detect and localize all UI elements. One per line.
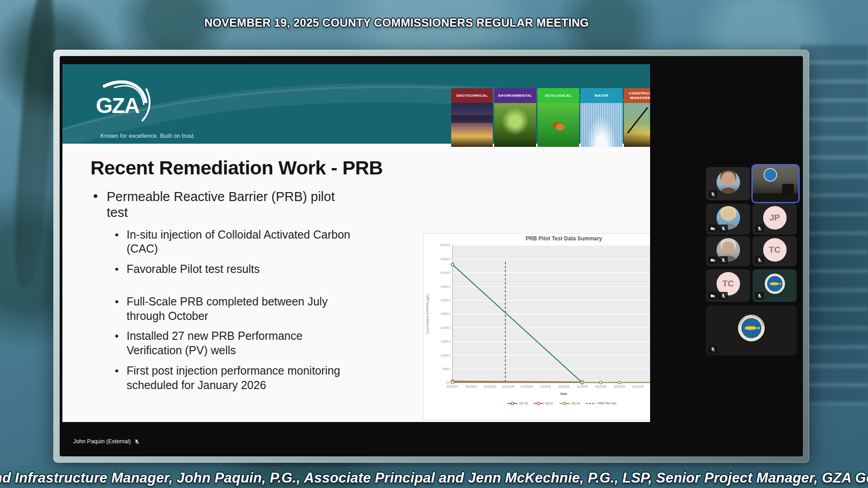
mic-muted-icon [755, 256, 764, 264]
svg-text:3,000.0: 3,000.0 [440, 299, 450, 302]
svg-text:9/2/2024: 9/2/2024 [466, 385, 477, 388]
participant-tile[interactable]: TC [752, 236, 797, 267]
mic-muted-icon [134, 439, 140, 445]
slide-title: Recent Remediation Work - PRB [90, 157, 383, 179]
waterfall-photo [580, 103, 622, 147]
svg-text:4,000.0: 4,000.0 [440, 271, 450, 274]
service-tile-ecological: ECOLOGICAL [538, 88, 579, 147]
svg-text:0.0: 0.0 [446, 381, 450, 384]
bullet-list: Permeable Reactive Barrier (PRB) pilot t… [90, 189, 389, 398]
room-video [753, 165, 798, 202]
meeting-app-window: GZA Known for excellence. Built on trust… [60, 56, 803, 456]
participant-avatar [717, 170, 740, 194]
gza-tagline: Known for excellence. Built on trust. [100, 133, 195, 139]
svg-text:4,500.0: 4,500.0 [440, 258, 450, 261]
participant-tile[interactable] [706, 203, 750, 235]
room-desk [753, 193, 798, 202]
camera-off-icon [708, 225, 717, 232]
svg-text:1,000.0: 1,000.0 [440, 354, 450, 357]
svg-text:500.0: 500.0 [443, 367, 451, 371]
gza-logo-text: GZA [96, 94, 140, 117]
bullet-item: First post injection performance monitor… [90, 364, 389, 393]
slide-header-band: GZA Known for excellence. Built on trust… [62, 64, 650, 144]
svg-text:PRB Pilot Test Data Summary: PRB Pilot Test Data Summary [525, 235, 602, 242]
svg-text:2,500.0: 2,500.0 [440, 312, 450, 315]
presenter-name: John Paquin (External) [73, 438, 131, 445]
butterfly-photo [538, 103, 579, 147]
svg-text:2/2/2025: 2/2/2025 [558, 385, 570, 388]
mic-muted-icon [755, 225, 764, 232]
participant-tile[interactable] [752, 269, 797, 302]
tree-trunk-background [9, 0, 60, 290]
participant-tile[interactable]: COUNTY OF BARNSTABLE MASSACHUSETTS [706, 305, 797, 356]
wall-seal [764, 168, 777, 182]
broadcast-scene: NOVEMBER 19, 2025 COUNTY COMMISSIONERS R… [0, 0, 868, 488]
mic-muted-icon [719, 292, 728, 300]
service-tile-water: WATER [580, 88, 622, 147]
svg-text:GZ-1I: GZ-1I [545, 402, 553, 405]
news-ticker: nd Infrastructure Manager, John Paquin, … [0, 470, 868, 486]
chart-card: PRB Pilot Test Data Summary0.0500.01,000… [423, 233, 650, 420]
monitor-frame: GZA Known for excellence. Built on trust… [53, 50, 809, 463]
service-label: ECOLOGICAL [538, 88, 579, 103]
participant-initials: TC [763, 238, 787, 262]
bullet-item: Permeable Reactive Barrier (PRB) pilot t… [90, 189, 389, 221]
svg-text:10/2/2024: 10/2/2024 [483, 385, 496, 388]
mic-muted-icon [719, 225, 728, 232]
svg-text:2,000.0: 2,000.0 [440, 326, 450, 329]
camera-off-icon [708, 292, 717, 300]
county-seal-icon: COUNTY OF BARNSTABLE MASSACHUSETTS [737, 314, 765, 342]
mic-muted-icon [755, 292, 764, 300]
mic-muted-icon [719, 256, 728, 264]
participant-tile[interactable]: JP [752, 203, 797, 235]
svg-text:GZ-1D: GZ-1D [571, 402, 580, 405]
gza-logo: GZA [86, 75, 163, 128]
bridge-photo [451, 103, 493, 147]
bullet-item: Installed 27 new PRB Performance Verific… [90, 329, 389, 358]
svg-text:3,500.0: 3,500.0 [440, 285, 450, 288]
svg-text:Date: Date [560, 392, 567, 395]
service-label: CONSTRUCTION MANAGEMENT [624, 88, 650, 103]
prb-chart: PRB Pilot Test Data Summary0.0500.01,000… [424, 234, 650, 420]
participant-tile[interactable] [706, 167, 750, 201]
svg-text:GZ-1S: GZ-1S [519, 402, 528, 405]
svg-text:1,500.0: 1,500.0 [440, 340, 450, 343]
building-background [800, 45, 868, 407]
svg-text:Concentration of PFAS6 (ng/L): Concentration of PFAS6 (ng/L) [426, 294, 429, 334]
svg-text:11/2/2024: 11/2/2024 [502, 385, 514, 388]
participant-tile[interactable] [706, 236, 750, 267]
service-tile-environmental: ENVIRONMENTAL [494, 88, 536, 147]
meeting-banner-title: NOVEMBER 19, 2025 COUNTY COMMISSIONERS R… [204, 16, 589, 29]
bullet-item: In-situ injection of Colloidal Activated… [90, 228, 389, 257]
mic-muted-icon [708, 345, 717, 353]
presenter-label: John Paquin (External) [73, 438, 140, 445]
county-seal-icon [764, 273, 786, 295]
bullet-item: Full-Scale PRB completed between July th… [90, 295, 389, 324]
participant-tile[interactable]: TC [706, 269, 750, 302]
crane-photo [624, 103, 650, 147]
participant-initials: JP [763, 206, 787, 230]
svg-text:4/2/2025: 4/2/2025 [595, 385, 607, 388]
presentation-slide: GZA Known for excellence. Built on trust… [62, 64, 650, 422]
svg-text:12/2/2024: 12/2/2024 [520, 385, 533, 388]
svg-text:6/2/2025: 6/2/2025 [632, 385, 644, 388]
svg-text:PRB Pilot Test: PRB Pilot Test [598, 402, 617, 405]
svg-text:5/2/2025: 5/2/2025 [614, 385, 625, 388]
svg-text:1/2/2025: 1/2/2025 [540, 385, 551, 388]
svg-text:3/2/2025: 3/2/2025 [577, 385, 588, 388]
seedling-photo [494, 103, 536, 147]
service-tile-geotechnical: GEOTECHNICAL [451, 88, 493, 147]
bullet-item: Favorable Pilot test results [90, 262, 389, 277]
svg-text:5,000.0: 5,000.0 [440, 244, 450, 247]
service-label: WATER [580, 88, 622, 103]
svg-text:8/2/2024: 8/2/2024 [447, 385, 458, 388]
service-tile-construction: CONSTRUCTION MANAGEMENT [624, 88, 650, 147]
mic-muted-icon [708, 190, 717, 198]
service-label: GEOTECHNICAL [451, 88, 493, 103]
service-banner: GEOTECHNICAL ENVIRONMENTAL ECOLOGICAL [451, 88, 650, 147]
camera-off-icon [708, 256, 717, 264]
active-speaker-tile[interactable] [751, 164, 800, 203]
service-label: ENVIRONMENTAL [494, 88, 536, 103]
